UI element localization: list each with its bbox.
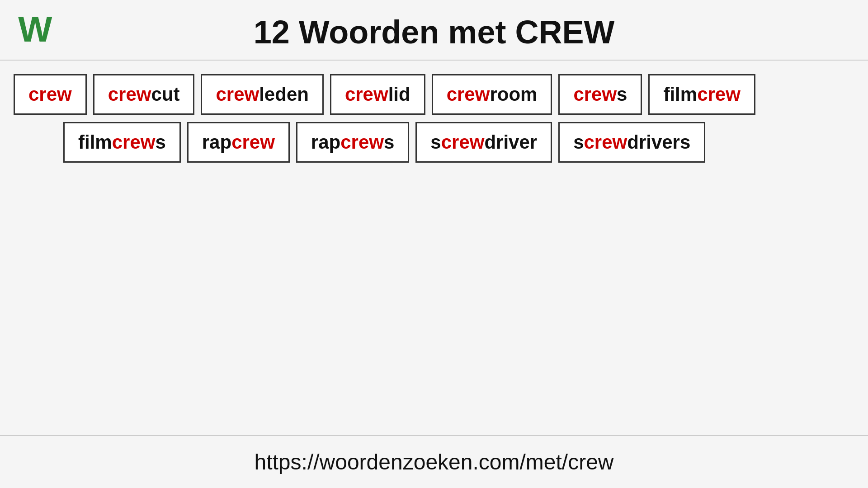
words-row-2: filmcrews rapcrew rapcrews screwdriver s… xyxy=(9,122,859,163)
word-screwdriver-highlight: crew xyxy=(441,131,485,153)
footer: https://woordenzoeken.com/met/crew xyxy=(0,436,868,488)
word-crewroom-suffix: room xyxy=(490,84,537,105)
page-title: 12 Woorden met CREW xyxy=(18,14,850,51)
word-filmcrew: filmcrew xyxy=(648,74,755,115)
word-screwdriver-suffix: driver xyxy=(484,131,537,153)
word-filmcrews-highlight: crew xyxy=(112,131,156,153)
word-crewlid-highlight: crew xyxy=(345,84,388,105)
word-crewleden-suffix: leden xyxy=(259,84,309,105)
logo: W xyxy=(18,11,52,47)
word-filmcrews: filmcrews xyxy=(63,122,181,163)
word-rapcrew: rapcrew xyxy=(187,122,290,163)
word-rapcrews-highlight: crew xyxy=(340,131,384,153)
top-divider xyxy=(0,60,868,61)
word-rapcrew-prefix: rap xyxy=(202,131,231,153)
word-crews: crews xyxy=(558,74,642,115)
word-crews-highlight: crew xyxy=(573,84,617,105)
word-filmcrew-highlight: crew xyxy=(697,84,741,105)
word-rapcrews: rapcrews xyxy=(296,122,409,163)
word-crew-highlight: crew xyxy=(28,84,72,105)
header: W 12 Woorden met CREW xyxy=(0,0,868,60)
word-crewcut-highlight: crew xyxy=(108,84,151,105)
words-row-1: crew crewcut crewleden crewlid crewroom … xyxy=(9,74,859,115)
word-crewcut-suffix: cut xyxy=(151,84,179,105)
word-crewroom-highlight: crew xyxy=(447,84,490,105)
word-rapcrews-prefix: rap xyxy=(311,131,340,153)
word-crewlid-suffix: lid xyxy=(388,84,410,105)
word-screwdriver: screwdriver xyxy=(415,122,552,163)
word-rapcrew-highlight: crew xyxy=(231,131,275,153)
word-screwdrivers-prefix: s xyxy=(573,131,584,153)
word-crewleden-highlight: crew xyxy=(216,84,259,105)
words-container: crew crewcut crewleden crewlid crewroom … xyxy=(0,74,868,163)
word-crewcut: crewcut xyxy=(93,74,195,115)
word-screwdrivers-highlight: crew xyxy=(584,131,627,153)
word-screwdriver-prefix: s xyxy=(430,131,441,153)
word-crew: crew xyxy=(14,74,87,115)
word-filmcrews-suffix: s xyxy=(155,131,165,153)
footer-url: https://woordenzoeken.com/met/crew xyxy=(254,450,613,474)
word-filmcrews-prefix: film xyxy=(78,131,112,153)
word-screwdrivers-suffix: drivers xyxy=(627,131,690,153)
word-crewlid: crewlid xyxy=(330,74,425,115)
word-crewleden: crewleden xyxy=(201,74,323,115)
word-screwdrivers: screwdrivers xyxy=(558,122,705,163)
word-rapcrews-suffix: s xyxy=(384,131,394,153)
word-filmcrew-prefix: film xyxy=(663,84,697,105)
word-crewroom: crewroom xyxy=(432,74,552,115)
spacer xyxy=(0,163,868,435)
word-crews-suffix: s xyxy=(617,84,627,105)
